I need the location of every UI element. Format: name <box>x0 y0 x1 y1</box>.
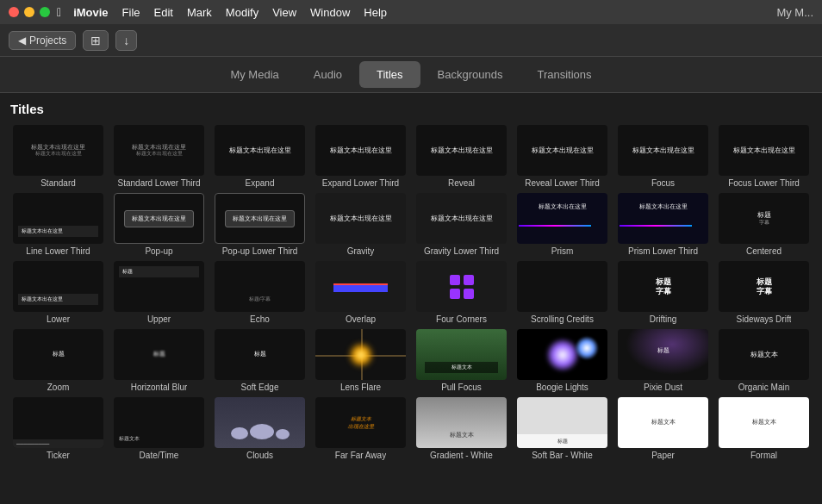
tab-titles[interactable]: Titles <box>359 61 420 88</box>
tile-soft-bar-white[interactable]: 标题Soft Bar - White <box>514 397 610 460</box>
tile-line-lower-third[interactable]: 标题文本出在这里Line Lower Third <box>10 193 106 256</box>
tile-gradient-white[interactable]: 标题文本Gradient - White <box>414 397 509 460</box>
tile-label-four-corners: Four Corners <box>436 314 487 324</box>
content-area: Titles 标题文本出现在这里标题文本出现在这里Standard标题文本出现在… <box>0 93 822 504</box>
tile-label-echo: Echo <box>250 314 270 324</box>
tile-standard-lower-third[interactable]: 标题文本出现在这里标题文本出现在这里Standard Lower Third <box>111 125 207 188</box>
download-button[interactable]: ↓ <box>115 30 137 51</box>
tile-pixie-dust[interactable]: 标题Pixie Dust <box>615 329 711 392</box>
tab-my-media[interactable]: My Media <box>213 61 296 88</box>
tile-label-focus: Focus <box>651 178 675 188</box>
tile-label-drifting: Drifting <box>650 314 677 324</box>
tile-date-time[interactable]: 标题文本Date/Time <box>111 397 207 460</box>
tile-focus[interactable]: 标题文本出现在这里Focus <box>615 125 711 188</box>
tile-label-expand-lower-third: Expand Lower Third <box>322 178 399 188</box>
tile-reveal[interactable]: 标题文本出现在这里Reveal <box>414 125 509 188</box>
tile-label-far-far-away: Far Far Away <box>335 451 386 460</box>
menu-mark[interactable]: Mark <box>187 6 212 19</box>
tile-label-overlap: Overlap <box>346 314 376 324</box>
tile-focus-lower-third[interactable]: 标题文本出现在这里Focus Lower Third <box>716 125 812 188</box>
tile-overlap[interactable]: Overlap <box>313 261 408 324</box>
titles-panel: Titles 标题文本出现在这里标题文本出现在这里Standard标题文本出现在… <box>0 93 822 504</box>
tile-label-centered: Centered <box>746 246 782 256</box>
tile-ticker[interactable]: ─────────Ticker <box>10 397 106 460</box>
tab-bar: My Media Audio Titles Backgrounds Transi… <box>0 57 822 93</box>
tile-boogie-lights[interactable]: Boogie Lights <box>514 329 610 392</box>
menu-file[interactable]: File <box>122 6 140 19</box>
title-bar:  iMovie File Edit Mark Modify View Wind… <box>0 0 822 24</box>
tile-label-formal: Formal <box>750 451 777 460</box>
tile-label-pixie-dust: Pixie Dust <box>644 383 682 392</box>
menu-bar: iMovie File Edit Mark Modify View Window… <box>73 6 387 19</box>
panel-heading: Titles <box>10 102 812 116</box>
menu-view[interactable]: View <box>272 6 296 19</box>
tile-prism-lower-third[interactable]: 标题文本出在这里Prism Lower Third <box>615 193 711 256</box>
tile-far-far-away[interactable]: 标题文本出现在这里Far Far Away <box>313 397 408 460</box>
tile-echo[interactable]: 标题/字幕Echo <box>212 261 308 324</box>
layout-button[interactable]: ⊞ <box>83 30 109 51</box>
tile-pull-focus[interactable]: 标题文本Pull Focus <box>414 329 509 392</box>
tile-label-boogie-lights: Boogie Lights <box>536 383 588 392</box>
tile-label-gravity: Gravity <box>347 246 375 256</box>
tab-backgrounds[interactable]: Backgrounds <box>420 61 520 88</box>
tile-label-ticker: Ticker <box>47 451 70 460</box>
tile-label-expand: Expand <box>246 178 275 188</box>
tile-scrolling-credits[interactable]: Scrolling Credits <box>514 261 610 324</box>
tab-audio[interactable]: Audio <box>296 61 359 88</box>
tile-label-gradient-white: Gradient - White <box>430 451 493 460</box>
tile-label-pop-up: Pop-up <box>145 246 172 256</box>
tile-organic-main[interactable]: 标题文本Organic Main <box>716 329 812 392</box>
minimize-button[interactable] <box>24 7 34 17</box>
tile-upper[interactable]: 标题Upper <box>111 261 207 324</box>
tile-drifting[interactable]: 标题字幕Drifting <box>615 261 711 324</box>
tile-label-lens-flare: Lens Flare <box>340 383 381 392</box>
chevron-left-icon: ◀ <box>18 34 26 47</box>
tile-centered[interactable]: 标题字幕Centered <box>716 193 812 256</box>
close-button[interactable] <box>9 7 19 17</box>
tile-label-paper: Paper <box>651 451 675 460</box>
tile-soft-edge[interactable]: 标题Soft Edge <box>212 329 308 392</box>
tile-expand-lower-third[interactable]: 标题文本出现在这里Expand Lower Third <box>313 125 408 188</box>
tile-reveal-lower-third[interactable]: 标题文本出现在这里Reveal Lower Third <box>514 125 610 188</box>
tile-lens-flare[interactable]: Lens Flare <box>313 329 408 392</box>
tile-prism[interactable]: 标题文本出在这里Prism <box>514 193 610 256</box>
tile-expand[interactable]: 标题文本出现在这里Expand <box>212 125 308 188</box>
menu-help[interactable]: Help <box>364 6 387 19</box>
tile-label-standard: Standard <box>40 178 76 188</box>
tile-standard[interactable]: 标题文本出现在这里标题文本出现在这里Standard <box>10 125 106 188</box>
app-name: iMovie <box>73 6 108 19</box>
tile-pop-up[interactable]: 标题文本出现在这里Pop-up <box>111 193 207 256</box>
tile-label-pop-up-lower-third: Pop-up Lower Third <box>222 246 298 256</box>
tile-label-reveal: Reveal <box>448 178 475 188</box>
tile-label-soft-edge: Soft Edge <box>241 383 279 392</box>
tile-label-pull-focus: Pull Focus <box>441 383 482 392</box>
tile-label-reveal-lower-third: Reveal Lower Third <box>525 178 600 188</box>
tile-four-corners[interactable]: Four Corners <box>414 261 509 324</box>
window-controls[interactable] <box>9 7 50 17</box>
tab-transitions[interactable]: Transitions <box>520 61 608 88</box>
menu-modify[interactable]: Modify <box>226 6 258 19</box>
tile-label-date-time: Date/Time <box>140 451 179 460</box>
projects-button[interactable]: ◀ Projects <box>9 31 76 50</box>
tile-label-zoom: Zoom <box>47 383 70 392</box>
tile-zoom[interactable]: 标题Zoom <box>10 329 106 392</box>
toolbar: ◀ Projects ⊞ ↓ <box>0 24 822 57</box>
tile-horizontal-blur[interactable]: 标题Horizontal Blur <box>111 329 207 392</box>
menu-edit[interactable]: Edit <box>154 6 173 19</box>
menu-window[interactable]: Window <box>310 6 350 19</box>
tile-gravity-lower-third[interactable]: 标题文本出现在这里Gravity Lower Third <box>414 193 509 256</box>
tile-sideways-drift[interactable]: 标题字幕Sideways Drift <box>716 261 812 324</box>
tile-gravity[interactable]: 标题文本出现在这里Gravity <box>313 193 408 256</box>
my-movies-label: My M... <box>776 6 813 19</box>
tile-lower[interactable]: 标题文本出在这里Lower <box>10 261 106 324</box>
maximize-button[interactable] <box>40 7 50 17</box>
tile-label-standard-lower-third: Standard Lower Third <box>118 178 201 188</box>
titles-grid: 标题文本出现在这里标题文本出现在这里Standard标题文本出现在这里标题文本出… <box>10 125 812 460</box>
tile-label-lower: Lower <box>47 314 70 324</box>
tile-paper[interactable]: 标题文本Paper <box>615 397 711 460</box>
tile-clouds[interactable]: Clouds <box>212 397 308 460</box>
tile-label-focus-lower-third: Focus Lower Third <box>728 178 800 188</box>
tile-formal[interactable]: 标题文本Formal <box>716 397 812 460</box>
tile-pop-up-lower-third[interactable]: 标题文本出现在这里Pop-up Lower Third <box>212 193 308 256</box>
tile-label-scrolling-credits: Scrolling Credits <box>531 314 594 324</box>
